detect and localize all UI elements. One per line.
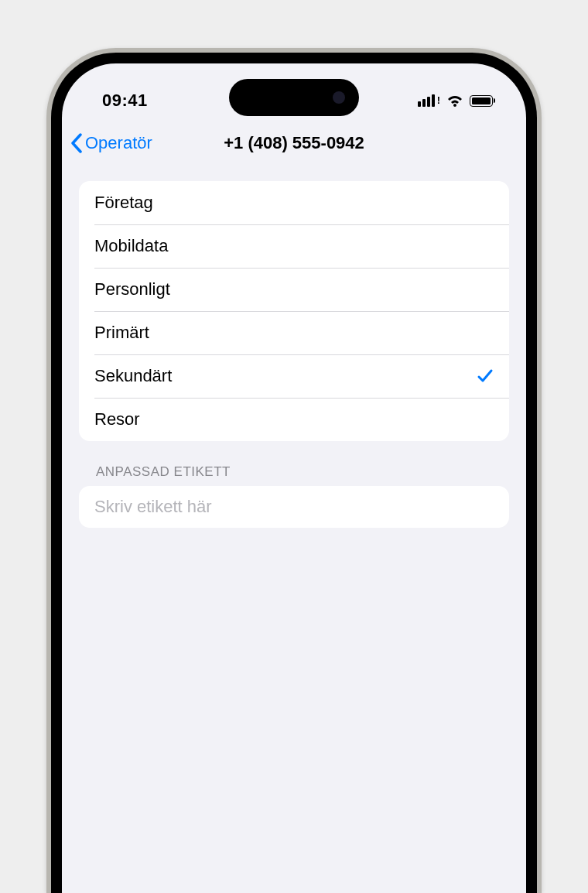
label-option-mobildata[interactable]: Mobildata [79, 224, 509, 268]
back-button[interactable]: Operatör [70, 133, 152, 153]
custom-label-input[interactable] [94, 497, 494, 517]
label-option-primart[interactable]: Primärt [79, 311, 509, 354]
label-option-text: Sekundärt [94, 366, 172, 386]
phone-bezel: 09:41 ! [51, 53, 537, 893]
label-option-personligt[interactable]: Personligt [79, 268, 509, 311]
dynamic-island [229, 79, 359, 116]
chevron-left-icon [70, 133, 84, 153]
phone-device-frame: 09:41 ! [46, 48, 542, 893]
label-option-text: Primärt [94, 323, 149, 343]
label-option-text: Personligt [94, 279, 170, 299]
phone-screen: 09:41 ! [62, 63, 526, 893]
cellular-signal-icon: ! [418, 94, 440, 107]
status-time: 09:41 [102, 91, 148, 111]
label-option-resor[interactable]: Resor [79, 398, 509, 441]
custom-label-header: Anpassad etikett [79, 441, 509, 486]
page-title: +1 (408) 555-0942 [224, 133, 364, 153]
custom-label-input-group [79, 486, 509, 528]
checkmark-icon [477, 368, 494, 385]
label-option-text: Företag [94, 193, 153, 213]
label-option-text: Resor [94, 409, 140, 429]
label-options-list: Företag Mobildata Personligt Primärt Sek… [79, 181, 509, 441]
content-area: Företag Mobildata Personligt Primärt Sek… [62, 164, 526, 528]
navigation-bar: Operatör +1 (408) 555-0942 [62, 118, 526, 164]
label-option-foretag[interactable]: Företag [79, 181, 509, 224]
back-label: Operatör [85, 133, 152, 153]
label-option-text: Mobildata [94, 236, 168, 256]
label-option-sekundart[interactable]: Sekundärt [79, 354, 509, 398]
wifi-icon [446, 94, 463, 107]
battery-icon [470, 95, 495, 107]
status-icons: ! [418, 94, 495, 107]
